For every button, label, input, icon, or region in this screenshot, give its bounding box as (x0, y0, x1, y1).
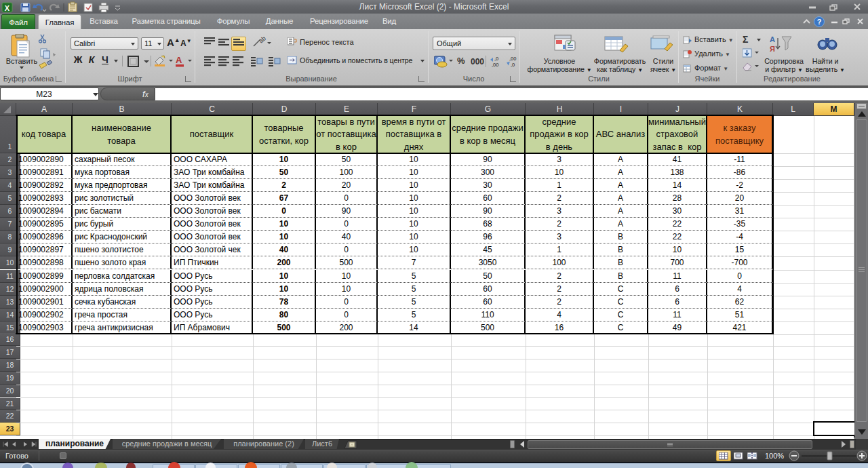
svg-text:Я: Я (770, 45, 775, 53)
svg-text:?: ? (817, 18, 822, 26)
svg-text:X: X (5, 4, 10, 12)
svg-text:,0: ,0 (511, 62, 515, 68)
svg-text:ab: ab (258, 37, 267, 45)
svg-text:А: А (770, 35, 775, 43)
svg-text:,0: ,0 (494, 56, 498, 62)
svg-text:,00: ,00 (492, 62, 498, 68)
svg-text:,00: ,00 (509, 56, 516, 62)
svg-text:А: А (176, 55, 182, 65)
